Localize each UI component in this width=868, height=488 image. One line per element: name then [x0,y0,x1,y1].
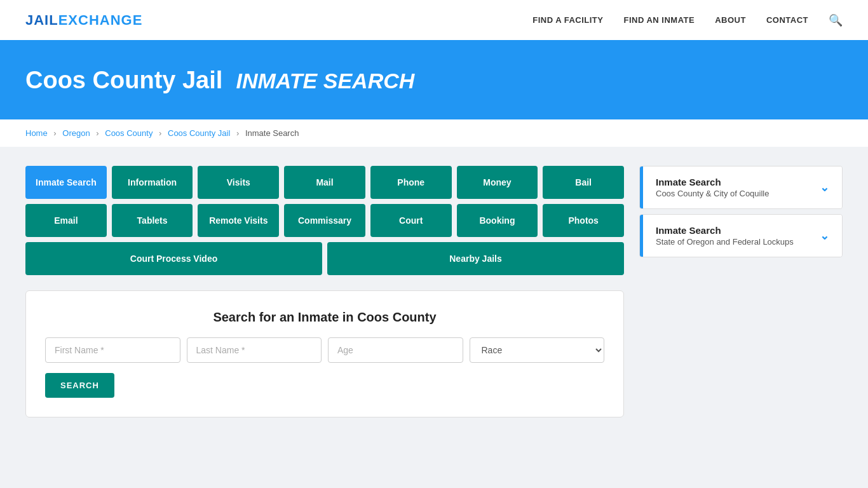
nav-row-1: Inmate Search Information Visits Mail Ph… [25,166,624,199]
category-nav-buttons: Inmate Search Information Visits Mail Ph… [25,166,624,275]
breadcrumb-coos-county-jail[interactable]: Coos County Jail [168,128,230,138]
breadcrumb-oregon[interactable]: Oregon [62,128,90,138]
nav-row-2: Email Tablets Remote Visits Commissary C… [25,204,624,237]
btn-visits[interactable]: Visits [198,166,279,199]
race-select[interactable]: Race All White Black Hispanic Asian Othe… [470,337,605,363]
btn-tablets[interactable]: Tablets [112,204,193,237]
sidebar-card-1-title: Inmate Search [656,177,769,187]
btn-bail[interactable]: Bail [543,166,624,199]
chevron-down-icon-2: ⌄ [820,229,829,243]
nav-find-inmate[interactable]: FIND AN INMATE [623,15,695,25]
first-name-input[interactable] [45,337,180,363]
page-title-italic: INMATE SEARCH [236,69,415,93]
main-content: Inmate Search Information Visits Mail Ph… [0,147,868,437]
btn-information[interactable]: Information [112,166,193,199]
site-header: JAILEXCHANGE FIND A FACILITY FIND AN INM… [0,0,868,41]
nav-find-facility[interactable]: FIND A FACILITY [532,15,603,25]
chevron-down-icon: ⌄ [820,180,829,194]
left-column: Inmate Search Information Visits Mail Ph… [25,166,624,417]
btn-booking[interactable]: Booking [457,204,538,237]
nav-row-3: Court Process Video Nearby Jails [25,242,624,275]
last-name-input[interactable] [187,337,322,363]
btn-court[interactable]: Court [370,204,452,237]
breadcrumb-home[interactable]: Home [25,128,48,138]
right-column: Inmate Search Coos County & City of Coqu… [639,166,843,262]
breadcrumb: Home › Oregon › Coos County › Coos Count… [0,119,868,147]
sidebar-card-2-subtitle: State of Oregon and Federal Lockups [656,237,794,247]
btn-money[interactable]: Money [457,166,538,199]
page-title: Coos County Jail INMATE SEARCH [25,67,843,94]
header-search-button[interactable]: 🔍 [829,13,843,27]
sidebar-card-1-subtitle: Coos County & City of Coquille [656,189,769,198]
sidebar-card-1: Inmate Search Coos County & City of Coqu… [639,166,843,209]
search-form-title: Search for an Inmate in Coos County [45,310,604,325]
logo-exchange: EXCHANGE [58,12,143,28]
breadcrumb-coos-county[interactable]: Coos County [105,128,153,138]
site-logo: JAILEXCHANGE [25,12,142,29]
btn-inmate-search[interactable]: Inmate Search [25,166,107,199]
search-submit-button[interactable]: SEARCH [45,373,114,398]
nav-about[interactable]: ABOUT [715,15,746,25]
logo-jail: JAIL [25,12,58,28]
btn-nearby-jails[interactable]: Nearby Jails [327,242,624,275]
search-form-row-1: Race All White Black Hispanic Asian Othe… [45,337,604,363]
btn-remote-visits[interactable]: Remote Visits [198,204,279,237]
btn-phone[interactable]: Phone [370,166,452,199]
btn-email[interactable]: Email [25,204,107,237]
hero-banner: Coos County Jail INMATE SEARCH [0,41,868,119]
main-nav: FIND A FACILITY FIND AN INMATE ABOUT CON… [532,13,843,27]
inmate-search-form: Search for an Inmate in Coos County Race… [25,290,624,417]
sidebar-card-2-header[interactable]: Inmate Search State of Oregon and Federa… [640,215,842,257]
btn-photos[interactable]: Photos [543,204,624,237]
sidebar-card-1-header[interactable]: Inmate Search Coos County & City of Coqu… [640,166,842,208]
btn-mail[interactable]: Mail [284,166,365,199]
nav-contact[interactable]: CONTACT [766,15,808,25]
breadcrumb-current: Inmate Search [245,128,299,138]
btn-commissary[interactable]: Commissary [284,204,365,237]
sidebar-card-2: Inmate Search State of Oregon and Federa… [639,214,843,257]
sidebar-card-2-title: Inmate Search [656,225,794,236]
age-input[interactable] [328,337,463,363]
page-title-main: Coos County Jail [25,67,222,93]
btn-court-process-video[interactable]: Court Process Video [25,242,322,275]
